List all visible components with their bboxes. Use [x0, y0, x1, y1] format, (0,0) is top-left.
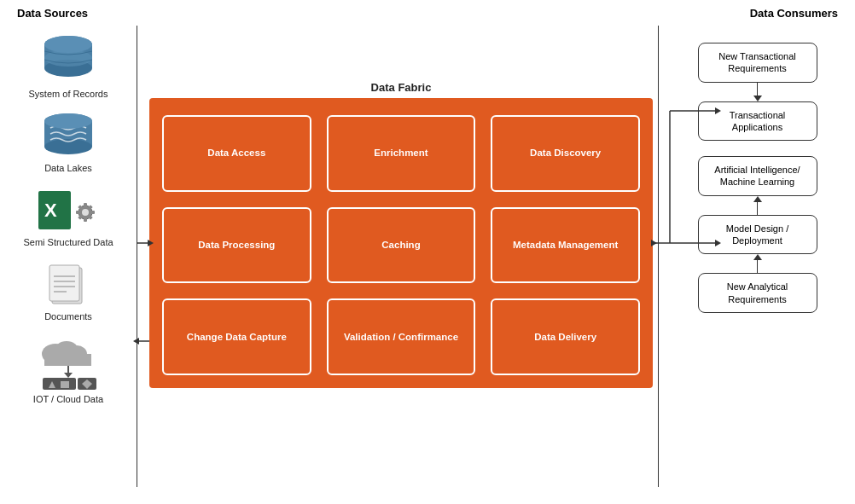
svg-rect-30: [44, 354, 91, 366]
arrow-new-transactional-down: [753, 83, 762, 101]
source-semi-structured: X: [9, 187, 128, 247]
consumer-section-ai: Artificial Intelligence/ Machine Learnin…: [698, 156, 817, 313]
consumer-section-transactional: New Transactional Requirements Transacti…: [698, 43, 817, 141]
svg-rect-14: [84, 217, 87, 222]
consumer-new-analytical-req: New Analytical Requirements: [698, 273, 817, 313]
fabric-box-data-delivery: Data Delivery: [491, 298, 640, 375]
consumer-model-design: Model Design / Deployment: [698, 215, 817, 255]
fabric-box-validation-confirmance: Validation / Confirmance: [327, 298, 476, 375]
svg-text:X: X: [44, 200, 57, 221]
sources-column: System of Records Data Lakes: [9, 34, 128, 404]
divider-right: [658, 26, 659, 487]
semi-structured-icon: X: [34, 187, 102, 234]
fabric-box-metadata-management: Metadata Management: [491, 207, 640, 284]
source-iot-cloud: IOT / Cloud Data: [9, 335, 128, 404]
svg-marker-32: [64, 373, 73, 378]
fabric-box-data-processing: Data Processing: [162, 207, 311, 284]
consumers-column: New Transactional Requirements Transacti…: [670, 43, 845, 313]
source-data-lakes: Data Lakes: [9, 113, 128, 173]
arrow-model-up: [753, 254, 762, 273]
fabric-box-enrichment: Enrichment: [327, 115, 476, 192]
iot-cloud-icon: [34, 335, 102, 391]
source-label-system-of-records: System of Records: [29, 89, 108, 99]
sources-header: Data Sources: [17, 7, 88, 20]
fabric-area: Data Access Enrichment Data Discovery Da…: [149, 98, 653, 388]
svg-point-8: [44, 113, 92, 129]
source-label-semi-structured: Semi Structured Data: [23, 237, 113, 247]
fabric-title: Data Fabric: [149, 81, 653, 94]
fabric-box-data-access: Data Access: [162, 115, 311, 192]
consumer-transactional-apps: Transactional Applications: [698, 101, 817, 142]
arrow-ai-up: [753, 196, 762, 215]
svg-rect-22: [49, 265, 79, 301]
source-label-documents: Documents: [44, 311, 92, 322]
svg-rect-16: [90, 211, 95, 214]
divider-left: [137, 26, 137, 487]
datalake-icon: [38, 113, 98, 159]
svg-rect-36: [61, 381, 69, 388]
source-label-data-lakes: Data Lakes: [44, 163, 92, 173]
consumers-header: Data Consumers: [750, 7, 838, 20]
diagram-container: Data Sources Data Consumers System of Re…: [0, 0, 855, 504]
source-documents: Documents: [9, 261, 128, 322]
source-system-of-records: System of Records: [9, 34, 128, 99]
consumer-ai-ml: Artificial Intelligence/ Machine Learnin…: [698, 156, 817, 196]
database-icon: [38, 34, 98, 85]
svg-rect-15: [76, 211, 80, 214]
documents-icon: [45, 261, 92, 308]
svg-rect-13: [84, 203, 87, 207]
consumer-new-transactional-req: New Transactional Requirements: [698, 43, 817, 83]
svg-point-12: [82, 209, 89, 216]
svg-point-4: [44, 36, 92, 53]
fabric-box-data-discovery: Data Discovery: [491, 115, 640, 192]
fabric-box-caching: Caching: [327, 207, 476, 284]
fabric-box-change-data-capture: Change Data Capture: [162, 298, 311, 375]
fabric-grid: Data Access Enrichment Data Discovery Da…: [162, 115, 640, 375]
source-label-iot-cloud: IOT / Cloud Data: [33, 394, 103, 404]
